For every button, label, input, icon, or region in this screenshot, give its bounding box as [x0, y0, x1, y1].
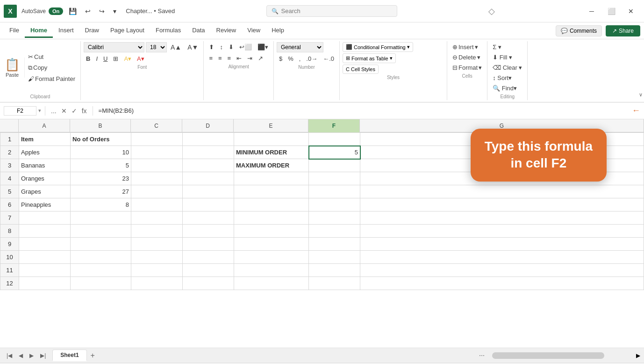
- italic-button[interactable]: I: [93, 54, 100, 63]
- format-button[interactable]: ⊟ Format▾: [450, 63, 484, 73]
- cancel-formula-icon[interactable]: ✕: [59, 106, 69, 116]
- tab-review[interactable]: Review: [211, 24, 242, 38]
- orientation-button[interactable]: ↗: [256, 53, 265, 63]
- decrease-decimal-button[interactable]: .0→: [304, 54, 320, 64]
- paste-button[interactable]: 📋: [3, 58, 21, 72]
- col-header-f[interactable]: F: [308, 119, 360, 132]
- cell-styles-button[interactable]: C Cell Styles: [343, 65, 379, 74]
- increase-indent-button[interactable]: ⇥: [245, 53, 255, 63]
- decrease-indent-button[interactable]: ⇤: [234, 53, 244, 63]
- cell-c8[interactable]: [131, 225, 183, 238]
- cell-f5[interactable]: [309, 185, 360, 198]
- cell-b9[interactable]: [71, 238, 131, 251]
- cell-f9[interactable]: [309, 238, 360, 251]
- row-num-1[interactable]: 1: [0, 133, 19, 146]
- increase-decimal-button[interactable]: ←.0: [321, 54, 336, 64]
- align-right-button[interactable]: ≡: [225, 53, 234, 63]
- col-header-a[interactable]: A: [19, 119, 70, 132]
- cell-c5[interactable]: [131, 185, 183, 198]
- cell-reference-input[interactable]: F2: [4, 106, 36, 116]
- cell-f8[interactable]: [309, 225, 360, 238]
- cell-a10[interactable]: [19, 251, 71, 264]
- cell-c4[interactable]: [131, 172, 183, 185]
- cell-g6[interactable]: [360, 198, 644, 211]
- cell-c6[interactable]: [131, 198, 183, 211]
- autosum-button[interactable]: Σ ▾: [490, 42, 524, 52]
- cell-d8[interactable]: [183, 225, 234, 238]
- save-icon[interactable]: 💾: [66, 6, 79, 17]
- increase-font-button[interactable]: A▲: [168, 42, 184, 52]
- tab-insert[interactable]: Insert: [53, 24, 79, 38]
- cell-g11[interactable]: [360, 264, 644, 277]
- more-functions-icon[interactable]: ...: [49, 106, 58, 116]
- cell-b2[interactable]: 10: [71, 146, 131, 159]
- cell-f10[interactable]: [309, 251, 360, 264]
- maximize-button[interactable]: ⬜: [602, 4, 621, 19]
- tab-file[interactable]: File: [4, 24, 25, 38]
- cell-a4[interactable]: Oranges: [19, 172, 71, 185]
- expand-ribbon-button[interactable]: ∨: [637, 91, 644, 98]
- cell-a11[interactable]: [19, 264, 71, 277]
- cell-c9[interactable]: [131, 238, 183, 251]
- cell-e1[interactable]: [234, 133, 309, 146]
- row-num-12[interactable]: 12: [0, 277, 19, 290]
- cell-f4[interactable]: [309, 172, 360, 185]
- cell-d9[interactable]: [183, 238, 234, 251]
- cell-b10[interactable]: [71, 251, 131, 264]
- cell-b4[interactable]: 23: [71, 172, 131, 185]
- autosave-toggle[interactable]: On: [49, 7, 63, 15]
- more-tools-button[interactable]: ▾: [110, 6, 119, 17]
- tab-help[interactable]: Help: [266, 24, 290, 38]
- cell-d3[interactable]: [183, 159, 234, 172]
- sheet-nav-first[interactable]: |◀: [4, 350, 15, 361]
- font-size-select[interactable]: 18: [146, 42, 167, 52]
- search-box[interactable]: 🔍: [266, 5, 397, 17]
- search-input[interactable]: [281, 7, 384, 15]
- tab-data[interactable]: Data: [186, 24, 210, 38]
- row-num-3[interactable]: 3: [0, 159, 19, 172]
- row-num-8[interactable]: 8: [0, 225, 19, 238]
- minimize-button[interactable]: ─: [582, 4, 601, 19]
- cell-e12[interactable]: [234, 277, 309, 290]
- find-select-button[interactable]: 🔍 Find▾: [490, 83, 524, 93]
- sheet-options-button[interactable]: ⋯: [475, 350, 488, 361]
- row-num-4[interactable]: 4: [0, 172, 19, 185]
- merge-center-button[interactable]: ⬛▾: [255, 42, 271, 52]
- row-num-9[interactable]: 9: [0, 238, 19, 251]
- bold-button[interactable]: B: [84, 54, 93, 63]
- col-header-e[interactable]: E: [234, 119, 308, 132]
- row-num-7[interactable]: 7: [0, 211, 19, 225]
- decrease-font-button[interactable]: A▼: [185, 42, 200, 52]
- col-header-c[interactable]: C: [131, 119, 182, 132]
- tab-draw[interactable]: Draw: [79, 24, 105, 38]
- cell-b8[interactable]: [71, 225, 131, 238]
- col-header-d[interactable]: D: [182, 119, 234, 132]
- align-bottom-button[interactable]: ⬇: [226, 42, 236, 52]
- sheet-nav-prev[interactable]: ◀: [16, 350, 26, 361]
- row-num-2[interactable]: 2: [0, 146, 19, 159]
- cell-e11[interactable]: [234, 264, 309, 277]
- cell-b12[interactable]: [71, 277, 131, 290]
- cell-d10[interactable]: [183, 251, 234, 264]
- cell-b5[interactable]: 27: [71, 185, 131, 198]
- format-painter-button[interactable]: 🖌 Format Painter: [26, 74, 78, 84]
- copilot-icon[interactable]: ◇: [488, 6, 495, 16]
- cell-e10[interactable]: [234, 251, 309, 264]
- cell-g12[interactable]: [360, 277, 644, 290]
- cell-c11[interactable]: [131, 264, 183, 277]
- cell-e9[interactable]: [234, 238, 309, 251]
- sheet-tab-sheet1[interactable]: Sheet1: [52, 349, 86, 361]
- share-button[interactable]: ↗ Share: [606, 25, 640, 36]
- copy-button[interactable]: ⧉ Copy: [26, 63, 78, 73]
- cell-e8[interactable]: [234, 225, 309, 238]
- insert-button[interactable]: ⊕ Insert▾: [450, 42, 484, 52]
- cell-d12[interactable]: [183, 277, 234, 290]
- cell-c2[interactable]: [131, 146, 183, 159]
- comments-button[interactable]: 💬 Comments: [556, 25, 602, 36]
- row-num-5[interactable]: 5: [0, 185, 19, 198]
- formula-input[interactable]: =MIN(B2:B6): [97, 106, 628, 115]
- cell-a6[interactable]: Pineapples: [19, 198, 71, 211]
- cell-c1[interactable]: [131, 133, 183, 146]
- cell-g5[interactable]: [360, 185, 644, 198]
- tab-formulas[interactable]: Formulas: [150, 24, 186, 38]
